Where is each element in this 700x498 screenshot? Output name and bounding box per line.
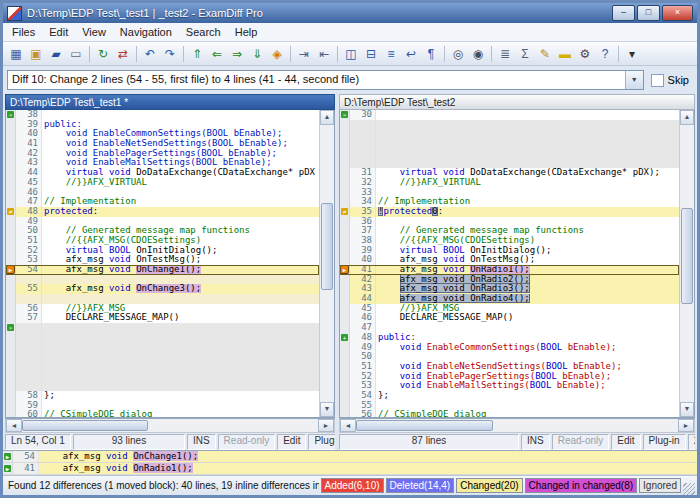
diff-combo[interactable]: Diff 10: Change 2 lines (54 - 55, first … bbox=[7, 70, 644, 90]
code-line[interactable]: 57 DECLARE_MESSAGE_MAP() bbox=[6, 313, 319, 323]
code-line[interactable]: 45 //}}AFX_VIRTUAL bbox=[6, 178, 319, 188]
code-line[interactable]: 44 virtual void DoDataExchange(CDataExch… bbox=[6, 168, 319, 178]
find-next-icon[interactable]: ◉ bbox=[469, 44, 488, 63]
code-line[interactable]: 32 //}}AFX_VIRTUAL bbox=[340, 178, 679, 188]
skip-checkbox[interactable] bbox=[651, 74, 664, 87]
left-hscroll-track[interactable] bbox=[22, 419, 318, 432]
vertical-split-icon[interactable]: ◫ bbox=[342, 44, 361, 63]
toolbar-overflow-icon[interactable]: ▾ bbox=[623, 44, 642, 63]
code-line[interactable]: 40 void EnableCommonSettings(BOOL bEnabl… bbox=[6, 129, 319, 139]
diff-combo-dropdown-button[interactable]: ▼ bbox=[625, 71, 643, 89]
left-vscroll-thumb[interactable] bbox=[321, 203, 333, 291]
code-line[interactable]: 42 afx_msg void OnRadio2(); bbox=[340, 275, 679, 285]
scroll-down-icon[interactable]: ▼ bbox=[680, 402, 694, 417]
left-vscroll-track[interactable] bbox=[320, 125, 334, 402]
code-line[interactable]: 36 bbox=[340, 217, 679, 227]
open-icon[interactable]: ▣ bbox=[27, 44, 46, 63]
code-line[interactable] bbox=[340, 149, 679, 159]
right-pane-header[interactable]: D:\Temp\EDP Test\_test2 bbox=[339, 94, 695, 110]
right-vscroll-track[interactable] bbox=[680, 125, 694, 402]
copy-block-right-icon[interactable]: ⇥ bbox=[295, 44, 314, 63]
code-line[interactable]: 50 bbox=[340, 352, 679, 362]
compare-icon[interactable]: ▦ bbox=[7, 44, 26, 63]
right-hscroll-track[interactable] bbox=[356, 419, 678, 432]
swap-panes-icon[interactable]: ⇄ bbox=[114, 44, 133, 63]
code-line[interactable]: 49 void EnableCommonSettings(BOOL bEnabl… bbox=[340, 343, 679, 353]
code-line[interactable] bbox=[6, 333, 319, 343]
title-bar[interactable]: D:\Temp\EDP Test\_test1 | _test2 - ExamD… bbox=[3, 3, 697, 23]
code-line[interactable]: 39public: bbox=[6, 120, 319, 130]
code-line[interactable]: 50 // Generated message map functions bbox=[6, 226, 319, 236]
code-line[interactable]: 39 virtual BOOL OnInitDialog(); bbox=[340, 246, 679, 256]
code-line[interactable]: 46 DECLARE_MESSAGE_MAP() bbox=[340, 313, 679, 323]
code-line[interactable]: ▶41 afx_msg void OnRadio1(); bbox=[340, 265, 679, 275]
code-line[interactable]: 53 void EnableMailSettings(BOOL bEnable)… bbox=[340, 381, 679, 391]
code-line[interactable]: 55 bbox=[340, 401, 679, 411]
line-numbers-icon[interactable]: ≡ bbox=[382, 44, 401, 63]
scroll-down-icon[interactable]: ▼ bbox=[320, 402, 334, 417]
code-line[interactable]: 49 bbox=[6, 217, 319, 227]
find-icon[interactable]: ◎ bbox=[449, 44, 468, 63]
left-horizontal-scrollbar[interactable]: ◄ ► bbox=[5, 418, 335, 433]
code-line[interactable] bbox=[6, 275, 319, 285]
scroll-right-icon[interactable]: ► bbox=[678, 419, 694, 432]
right-hscroll-thumb[interactable] bbox=[356, 420, 493, 431]
code-line[interactable]: 59 bbox=[6, 401, 319, 411]
scroll-up-icon[interactable]: ▲ bbox=[680, 110, 694, 125]
copy-block-left-icon[interactable]: ⇤ bbox=[315, 44, 334, 63]
save-icon[interactable]: ▰ bbox=[47, 44, 66, 63]
code-line[interactable]: 60// CSimpleDOE dialog bbox=[6, 410, 319, 417]
code-line[interactable]: » bbox=[6, 323, 319, 333]
code-line[interactable]: 47// Implementation bbox=[6, 197, 319, 207]
current-diff-icon[interactable]: ◈ bbox=[268, 44, 287, 63]
code-line[interactable]: 51 //{{AFX_MSG(CDOESettings) bbox=[6, 236, 319, 246]
right-horizontal-scrollbar[interactable]: ◄ ► bbox=[339, 418, 695, 433]
code-line[interactable]: ▶41 afx_msg void OnRadio1(); bbox=[3, 463, 697, 475]
options-icon[interactable]: ⚙ bbox=[576, 44, 595, 63]
prev-diff-icon[interactable]: ⇐ bbox=[208, 44, 227, 63]
print-icon[interactable]: ▭ bbox=[67, 44, 86, 63]
code-line[interactable]: 41 void EnableNetSendSettings(BOOL bEnab… bbox=[6, 139, 319, 149]
left-vertical-scrollbar[interactable]: ▲ ▼ bbox=[319, 110, 334, 417]
code-line[interactable]: 52 virtual BOOL OnInitDialog(); bbox=[6, 246, 319, 256]
code-line[interactable] bbox=[6, 294, 319, 304]
last-diff-icon[interactable]: ⇓ bbox=[248, 44, 267, 63]
whitespace-icon[interactable]: ¶ bbox=[422, 44, 441, 63]
code-line[interactable]: 33 bbox=[340, 188, 679, 198]
code-line[interactable]: 53 afx_msg void OnTestMsg(); bbox=[6, 255, 319, 265]
code-line[interactable]: 43 void EnableMailSettings(BOOL bEnable)… bbox=[6, 158, 319, 168]
code-line[interactable]: 43 afx_msg void OnRadio3(); bbox=[340, 284, 679, 294]
highlight-icon[interactable]: ▬ bbox=[556, 44, 575, 63]
code-line[interactable]: 58}; bbox=[6, 391, 319, 401]
code-line[interactable] bbox=[340, 129, 679, 139]
help-icon[interactable]: ? bbox=[596, 44, 615, 63]
code-line[interactable] bbox=[6, 381, 319, 391]
right-vscroll-thumb[interactable] bbox=[681, 208, 693, 304]
menu-view[interactable]: View bbox=[75, 25, 113, 39]
left-pane-header[interactable]: D:\Temp\EDP Test\_test1 * bbox=[5, 94, 335, 110]
minimize-button[interactable]: – bbox=[612, 5, 635, 21]
code-line[interactable]: 55 afx_msg void OnChange3(); bbox=[6, 284, 319, 294]
code-line[interactable]: 46 bbox=[6, 188, 319, 198]
scroll-left-icon[interactable]: ◄ bbox=[340, 419, 356, 432]
code-line[interactable] bbox=[340, 139, 679, 149]
code-line[interactable] bbox=[6, 372, 319, 382]
redo-icon[interactable]: ↷ bbox=[161, 44, 180, 63]
menu-search[interactable]: Search bbox=[179, 25, 228, 39]
code-line[interactable]: 47 bbox=[340, 323, 679, 333]
code-line[interactable] bbox=[6, 343, 319, 353]
code-line[interactable] bbox=[340, 120, 679, 130]
recompare-icon[interactable]: ↻ bbox=[94, 44, 113, 63]
first-diff-icon[interactable]: ⇑ bbox=[188, 44, 207, 63]
word-wrap-icon[interactable]: ↩ bbox=[402, 44, 421, 63]
code-line[interactable]: 56// CSimpleDOE dialog bbox=[340, 410, 679, 417]
maximize-button[interactable]: □ bbox=[637, 5, 660, 21]
resize-grip-icon[interactable] bbox=[683, 483, 695, 495]
undo-icon[interactable]: ↶ bbox=[141, 44, 160, 63]
code-line[interactable]: 42 void EnablePagerSettings(BOOL bEnable… bbox=[6, 149, 319, 159]
code-line[interactable]: »30 bbox=[340, 110, 679, 120]
close-button[interactable]: × bbox=[662, 5, 693, 21]
code-line[interactable]: 37 // Generated message map functions bbox=[340, 226, 679, 236]
code-line[interactable] bbox=[6, 352, 319, 362]
code-line[interactable]: 52 void EnablePagerSettings(BOOL bEnable… bbox=[340, 372, 679, 382]
